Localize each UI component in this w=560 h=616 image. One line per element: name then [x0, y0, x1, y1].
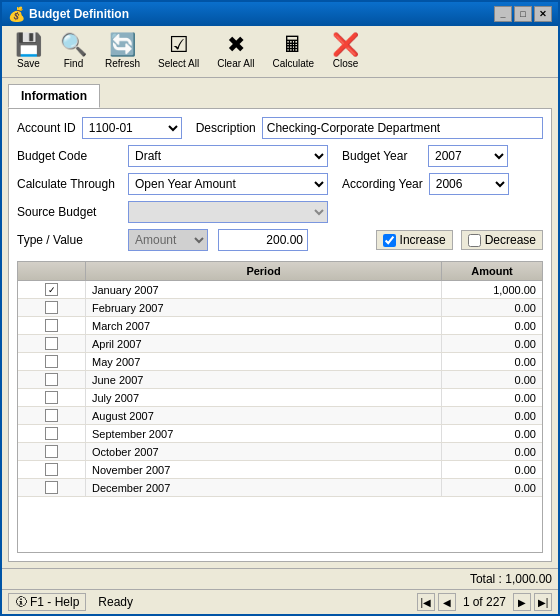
budget-year-label: Budget Year — [342, 149, 422, 163]
save-icon: 💾 — [15, 34, 42, 56]
table-row: August 20070.00 — [18, 407, 542, 425]
main-window: 💰 Budget Definition _ □ ✕ 💾 Save 🔍 Find … — [0, 0, 560, 616]
table-row: June 20070.00 — [18, 371, 542, 389]
close-icon: ❌ — [332, 34, 359, 56]
row-period-5: June 2007 — [86, 371, 442, 388]
account-row: Account ID 1100-01 Description — [17, 117, 543, 139]
clear-all-icon: ✖ — [227, 34, 245, 56]
refresh-button[interactable]: 🔄 Refresh — [98, 30, 147, 73]
row-checkbox-7[interactable] — [45, 409, 58, 422]
find-button[interactable]: 🔍 Find — [53, 30, 94, 73]
nav-prev-button[interactable]: ◀ — [438, 593, 456, 611]
row-checkbox-3[interactable] — [45, 337, 58, 350]
account-id-select[interactable]: 1100-01 — [82, 117, 182, 139]
nav-first-button[interactable]: |◀ — [417, 593, 435, 611]
nav-bar: 🛈 F1 - Help Ready |◀ ◀ 1 of 227 ▶ ▶| — [2, 589, 558, 614]
row-period-8: September 2007 — [86, 425, 442, 442]
tab-information-label: Information — [21, 89, 87, 103]
total-label: Total : 1,000.00 — [470, 572, 552, 586]
according-year-select[interactable]: 2006 — [429, 173, 509, 195]
type-value-label: Type / Value — [17, 233, 122, 247]
row-period-2: March 2007 — [86, 317, 442, 334]
row-period-1: February 2007 — [86, 299, 442, 316]
window-icon: 💰 — [8, 6, 25, 22]
budget-code-row: Budget Code Draft Budget Year 2007 — [17, 145, 543, 167]
period-table: Period Amount ✓January 20071,000.00Febru… — [17, 261, 543, 553]
table-row: April 20070.00 — [18, 335, 542, 353]
table-row: ✓January 20071,000.00 — [18, 281, 542, 299]
close-window-button[interactable]: ✕ — [534, 6, 552, 22]
row-checkbox-10[interactable] — [45, 463, 58, 476]
calculate-button[interactable]: 🖩 Calculate — [265, 30, 321, 73]
budget-code-select[interactable]: Draft — [128, 145, 328, 167]
table-row: September 20070.00 — [18, 425, 542, 443]
page-total: 227 — [486, 595, 506, 609]
nav-next-button[interactable]: ▶ — [513, 593, 531, 611]
table-row: May 20070.00 — [18, 353, 542, 371]
save-label: Save — [17, 58, 40, 69]
according-year-label: According Year — [342, 177, 423, 191]
clear-all-button[interactable]: ✖ Clear All — [210, 30, 261, 73]
page-info: 1 of 227 — [459, 595, 510, 609]
minimize-button[interactable]: _ — [494, 6, 512, 22]
budget-year-select[interactable]: 2007 — [428, 145, 508, 167]
help-button[interactable]: 🛈 F1 - Help — [8, 593, 86, 611]
title-bar: 💰 Budget Definition _ □ ✕ — [2, 2, 558, 26]
nav-last-button[interactable]: ▶| — [534, 593, 552, 611]
table-header: Period Amount — [18, 262, 542, 281]
row-checkbox-6[interactable] — [45, 391, 58, 404]
row-checkbox-9[interactable] — [45, 445, 58, 458]
calc-through-label: Calculate Through — [17, 177, 122, 191]
table-row: November 20070.00 — [18, 461, 542, 479]
toolbar: 💾 Save 🔍 Find 🔄 Refresh ☑ Select All ✖ C… — [2, 26, 558, 78]
account-id-label: Account ID — [17, 121, 76, 135]
row-checkbox-1[interactable] — [45, 301, 58, 314]
save-button[interactable]: 💾 Save — [8, 30, 49, 73]
row-amount-1: 0.00 — [442, 299, 542, 316]
select-all-icon: ☑ — [169, 34, 189, 56]
col-checkbox — [18, 262, 86, 280]
description-label: Description — [196, 121, 256, 135]
table-row: October 20070.00 — [18, 443, 542, 461]
col-amount: Amount — [442, 262, 542, 280]
row-period-3: April 2007 — [86, 335, 442, 352]
row-checkbox-8[interactable] — [45, 427, 58, 440]
find-label: Find — [64, 58, 83, 69]
decrease-checkbox[interactable] — [468, 234, 481, 247]
source-budget-label: Source Budget — [17, 205, 122, 219]
row-period-4: May 2007 — [86, 353, 442, 370]
source-budget-select[interactable] — [128, 201, 328, 223]
table-row: December 20070.00 — [18, 479, 542, 497]
row-checkbox-2[interactable] — [45, 319, 58, 332]
close-button[interactable]: ❌ Close — [325, 30, 366, 73]
row-checkbox-0[interactable]: ✓ — [45, 283, 58, 296]
status-text: Ready — [98, 595, 413, 609]
tab-bar: Information — [8, 84, 552, 108]
row-period-0: January 2007 — [86, 281, 442, 298]
value-input[interactable] — [218, 229, 308, 251]
row-checkbox-11[interactable] — [45, 481, 58, 494]
source-budget-row: Source Budget — [17, 201, 543, 223]
row-amount-7: 0.00 — [442, 407, 542, 424]
row-period-9: October 2007 — [86, 443, 442, 460]
type-select[interactable]: Amount — [128, 229, 208, 251]
calculate-icon: 🖩 — [282, 34, 304, 56]
description-input[interactable] — [262, 117, 543, 139]
row-checkbox-5[interactable] — [45, 373, 58, 386]
row-amount-3: 0.00 — [442, 335, 542, 352]
type-value-row: Type / Value Amount Increase Decrease — [17, 229, 543, 251]
increase-checkbox[interactable] — [383, 234, 396, 247]
maximize-button[interactable]: □ — [514, 6, 532, 22]
select-all-button[interactable]: ☑ Select All — [151, 30, 206, 73]
tab-information[interactable]: Information — [8, 84, 100, 108]
window-title: Budget Definition — [29, 7, 129, 21]
increase-checkbox-label[interactable]: Increase — [376, 230, 453, 250]
row-checkbox-4[interactable] — [45, 355, 58, 368]
calc-through-select[interactable]: Open Year Amount — [128, 173, 328, 195]
row-period-7: August 2007 — [86, 407, 442, 424]
table-row: March 20070.00 — [18, 317, 542, 335]
row-amount-11: 0.00 — [442, 479, 542, 496]
decrease-checkbox-label[interactable]: Decrease — [461, 230, 543, 250]
tab-content: Account ID 1100-01 Description Budget Co… — [8, 108, 552, 562]
table-row: February 20070.00 — [18, 299, 542, 317]
